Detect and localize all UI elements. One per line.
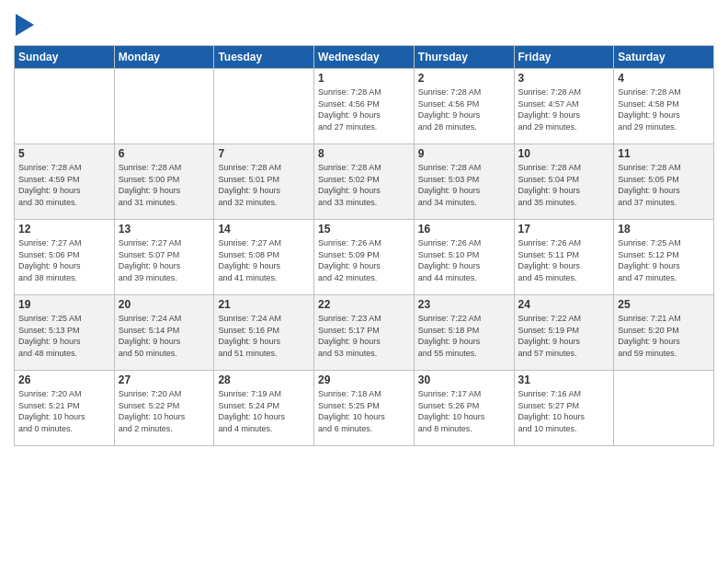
day-number: 2 xyxy=(418,72,510,85)
cell-content: Sunrise: 7:19 AM Sunset: 5:24 PM Dayligh… xyxy=(218,388,310,434)
cell-content: Sunrise: 7:21 AM Sunset: 5:20 PM Dayligh… xyxy=(618,313,710,359)
day-number: 15 xyxy=(318,223,410,236)
cell-content: Sunrise: 7:27 AM Sunset: 5:06 PM Dayligh… xyxy=(18,237,110,283)
calendar-cell: 4Sunrise: 7:28 AM Sunset: 4:58 PM Daylig… xyxy=(614,69,714,144)
cell-content: Sunrise: 7:20 AM Sunset: 5:21 PM Dayligh… xyxy=(18,388,110,434)
logo-icon xyxy=(16,14,34,36)
calendar-cell: 25Sunrise: 7:21 AM Sunset: 5:20 PM Dayli… xyxy=(614,295,714,371)
calendar-cell: 22Sunrise: 7:23 AM Sunset: 5:17 PM Dayli… xyxy=(314,295,415,371)
day-number: 8 xyxy=(318,147,410,160)
header-row: SundayMondayTuesdayWednesdayThursdayFrid… xyxy=(15,46,714,69)
day-number: 16 xyxy=(418,223,510,236)
cell-content: Sunrise: 7:28 AM Sunset: 5:00 PM Dayligh… xyxy=(119,162,210,208)
cell-content: Sunrise: 7:27 AM Sunset: 5:08 PM Dayligh… xyxy=(218,237,310,283)
day-number: 10 xyxy=(518,147,610,160)
cell-content: Sunrise: 7:28 AM Sunset: 5:05 PM Dayligh… xyxy=(618,162,710,208)
calendar-cell xyxy=(614,371,714,446)
day-number: 22 xyxy=(318,298,410,311)
calendar-cell: 2Sunrise: 7:28 AM Sunset: 4:56 PM Daylig… xyxy=(414,69,514,144)
cell-content: Sunrise: 7:23 AM Sunset: 5:17 PM Dayligh… xyxy=(318,313,410,359)
day-number: 7 xyxy=(218,147,310,160)
calendar-cell: 14Sunrise: 7:27 AM Sunset: 5:08 PM Dayli… xyxy=(214,220,314,295)
day-number: 30 xyxy=(418,373,510,386)
calendar-cell: 18Sunrise: 7:25 AM Sunset: 5:12 PM Dayli… xyxy=(614,220,714,295)
day-number: 13 xyxy=(119,223,210,236)
cell-content: Sunrise: 7:28 AM Sunset: 5:04 PM Dayligh… xyxy=(518,162,610,208)
day-number: 5 xyxy=(18,147,110,160)
calendar-cell: 30Sunrise: 7:17 AM Sunset: 5:26 PM Dayli… xyxy=(414,371,514,446)
calendar-cell: 1Sunrise: 7:28 AM Sunset: 4:56 PM Daylig… xyxy=(314,69,415,144)
cell-content: Sunrise: 7:24 AM Sunset: 5:16 PM Dayligh… xyxy=(218,313,310,359)
cell-content: Sunrise: 7:28 AM Sunset: 5:02 PM Dayligh… xyxy=(318,162,410,208)
day-number: 9 xyxy=(418,147,510,160)
cell-content: Sunrise: 7:24 AM Sunset: 5:14 PM Dayligh… xyxy=(119,313,210,359)
day-number: 6 xyxy=(119,147,210,160)
svg-marker-0 xyxy=(16,14,34,36)
calendar-cell: 17Sunrise: 7:26 AM Sunset: 5:11 PM Dayli… xyxy=(514,220,614,295)
day-number: 14 xyxy=(218,223,310,236)
calendar-cell: 6Sunrise: 7:28 AM Sunset: 5:00 PM Daylig… xyxy=(114,144,214,220)
calendar-header xyxy=(14,14,714,36)
day-number: 25 xyxy=(618,298,710,311)
day-number: 19 xyxy=(18,298,110,311)
cell-content: Sunrise: 7:25 AM Sunset: 5:13 PM Dayligh… xyxy=(18,313,110,359)
calendar-cell: 12Sunrise: 7:27 AM Sunset: 5:06 PM Dayli… xyxy=(15,220,115,295)
cell-content: Sunrise: 7:28 AM Sunset: 5:03 PM Dayligh… xyxy=(418,162,510,208)
day-number: 4 xyxy=(618,72,710,85)
calendar-cell: 15Sunrise: 7:26 AM Sunset: 5:09 PM Dayli… xyxy=(314,220,415,295)
calendar-cell: 20Sunrise: 7:24 AM Sunset: 5:14 PM Dayli… xyxy=(114,295,214,371)
day-header-tuesday: Tuesday xyxy=(214,46,314,69)
calendar-cell: 21Sunrise: 7:24 AM Sunset: 5:16 PM Dayli… xyxy=(214,295,314,371)
day-number: 29 xyxy=(318,373,410,386)
day-number: 18 xyxy=(618,223,710,236)
week-row-5: 26Sunrise: 7:20 AM Sunset: 5:21 PM Dayli… xyxy=(15,371,714,446)
cell-content: Sunrise: 7:16 AM Sunset: 5:27 PM Dayligh… xyxy=(518,388,610,434)
cell-content: Sunrise: 7:22 AM Sunset: 5:19 PM Dayligh… xyxy=(518,313,610,359)
day-header-wednesday: Wednesday xyxy=(314,46,415,69)
day-header-thursday: Thursday xyxy=(414,46,514,69)
cell-content: Sunrise: 7:25 AM Sunset: 5:12 PM Dayligh… xyxy=(618,237,710,283)
day-number: 17 xyxy=(518,223,610,236)
cell-content: Sunrise: 7:28 AM Sunset: 4:57 AM Dayligh… xyxy=(518,86,610,132)
cell-content: Sunrise: 7:28 AM Sunset: 4:59 PM Dayligh… xyxy=(18,162,110,208)
calendar-cell: 9Sunrise: 7:28 AM Sunset: 5:03 PM Daylig… xyxy=(414,144,514,220)
cell-content: Sunrise: 7:26 AM Sunset: 5:09 PM Dayligh… xyxy=(318,237,410,283)
calendar-cell: 31Sunrise: 7:16 AM Sunset: 5:27 PM Dayli… xyxy=(514,371,614,446)
day-number: 1 xyxy=(318,72,410,85)
cell-content: Sunrise: 7:17 AM Sunset: 5:26 PM Dayligh… xyxy=(418,388,510,434)
day-number: 3 xyxy=(518,72,610,85)
week-row-2: 5Sunrise: 7:28 AM Sunset: 4:59 PM Daylig… xyxy=(15,144,714,220)
calendar-cell: 19Sunrise: 7:25 AM Sunset: 5:13 PM Dayli… xyxy=(15,295,115,371)
calendar-cell: 8Sunrise: 7:28 AM Sunset: 5:02 PM Daylig… xyxy=(314,144,415,220)
calendar-cell: 16Sunrise: 7:26 AM Sunset: 5:10 PM Dayli… xyxy=(414,220,514,295)
cell-content: Sunrise: 7:18 AM Sunset: 5:25 PM Dayligh… xyxy=(318,388,410,434)
day-number: 24 xyxy=(518,298,610,311)
day-number: 21 xyxy=(218,298,310,311)
cell-content: Sunrise: 7:26 AM Sunset: 5:10 PM Dayligh… xyxy=(418,237,510,283)
cell-content: Sunrise: 7:26 AM Sunset: 5:11 PM Dayligh… xyxy=(518,237,610,283)
day-header-friday: Friday xyxy=(514,46,614,69)
cell-content: Sunrise: 7:22 AM Sunset: 5:18 PM Dayligh… xyxy=(418,313,510,359)
calendar-cell xyxy=(15,69,115,144)
cell-content: Sunrise: 7:28 AM Sunset: 4:56 PM Dayligh… xyxy=(318,86,410,132)
calendar-cell: 23Sunrise: 7:22 AM Sunset: 5:18 PM Dayli… xyxy=(414,295,514,371)
day-number: 23 xyxy=(418,298,510,311)
day-number: 26 xyxy=(18,373,110,386)
calendar-cell: 26Sunrise: 7:20 AM Sunset: 5:21 PM Dayli… xyxy=(15,371,115,446)
day-header-saturday: Saturday xyxy=(614,46,714,69)
cell-content: Sunrise: 7:20 AM Sunset: 5:22 PM Dayligh… xyxy=(119,388,210,434)
week-row-3: 12Sunrise: 7:27 AM Sunset: 5:06 PM Dayli… xyxy=(15,220,714,295)
day-number: 28 xyxy=(218,373,310,386)
day-number: 31 xyxy=(518,373,610,386)
calendar-cell: 10Sunrise: 7:28 AM Sunset: 5:04 PM Dayli… xyxy=(514,144,614,220)
calendar-cell xyxy=(114,69,214,144)
day-header-sunday: Sunday xyxy=(15,46,115,69)
cell-content: Sunrise: 7:28 AM Sunset: 4:58 PM Dayligh… xyxy=(618,86,710,132)
calendar-cell: 29Sunrise: 7:18 AM Sunset: 5:25 PM Dayli… xyxy=(314,371,415,446)
day-number: 11 xyxy=(618,147,710,160)
calendar-cell: 24Sunrise: 7:22 AM Sunset: 5:19 PM Dayli… xyxy=(514,295,614,371)
calendar-table: SundayMondayTuesdayWednesdayThursdayFrid… xyxy=(14,45,714,446)
cell-content: Sunrise: 7:28 AM Sunset: 4:56 PM Dayligh… xyxy=(418,86,510,132)
day-number: 20 xyxy=(119,298,210,311)
calendar-cell: 3Sunrise: 7:28 AM Sunset: 4:57 AM Daylig… xyxy=(514,69,614,144)
